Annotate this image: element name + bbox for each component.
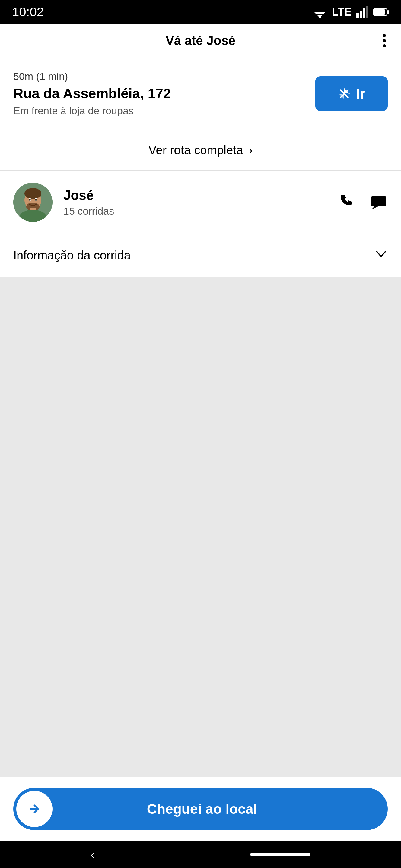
go-button[interactable]: Ir	[315, 76, 388, 111]
arrived-button-label: Cheguei ao local	[53, 801, 388, 817]
passenger-name: José	[63, 188, 327, 203]
signal-icon	[356, 6, 368, 18]
svg-rect-6	[363, 8, 365, 18]
distance-time: 50m (1 min)	[13, 70, 306, 82]
wifi-icon	[313, 6, 327, 18]
avatar	[13, 183, 53, 222]
message-button[interactable]	[370, 193, 388, 211]
lte-icon: LTE	[332, 6, 351, 19]
page-title: Vá até José	[166, 33, 235, 48]
go-button-label: Ir	[356, 85, 365, 102]
route-link-text: Ver rota completa	[148, 144, 243, 157]
nav-info: 50m (1 min) Rua da Assembléia, 172 Em fr…	[13, 70, 306, 117]
more-options-button[interactable]	[380, 31, 389, 50]
svg-point-22	[29, 199, 31, 201]
chevron-down-icon	[374, 247, 388, 264]
avatar-image	[13, 183, 53, 222]
svg-rect-7	[366, 6, 368, 18]
svg-rect-11	[374, 9, 385, 15]
ride-info-title: Informação da corrida	[13, 249, 131, 262]
passenger-card: José 15 corridas	[0, 170, 401, 234]
battery-icon	[373, 7, 389, 17]
passenger-rides: 15 corridas	[63, 205, 327, 217]
svg-point-23	[35, 199, 37, 201]
call-button[interactable]	[338, 193, 356, 211]
passenger-actions	[338, 193, 388, 211]
svg-rect-24	[371, 196, 386, 207]
svg-marker-25	[371, 207, 378, 210]
chevron-right-icon: ›	[249, 144, 253, 157]
svg-rect-5	[360, 11, 362, 18]
map-view	[0, 277, 401, 777]
svg-rect-9	[387, 10, 389, 14]
navigation-card: 50m (1 min) Rua da Assembléia, 172 Em fr…	[0, 57, 401, 130]
ride-info-section[interactable]: Informação da corrida	[0, 234, 401, 277]
bottom-navigation: ‹	[0, 841, 401, 868]
back-button[interactable]: ‹	[90, 847, 95, 862]
route-complete-link[interactable]: Ver rota completa ›	[0, 130, 401, 170]
home-indicator[interactable]	[250, 853, 311, 856]
arrived-arrow-icon	[16, 791, 53, 827]
navigation-icon	[338, 87, 351, 100]
status-bar: 10:02 LTE	[0, 0, 401, 24]
dot2	[383, 39, 386, 42]
dot3	[383, 44, 386, 47]
status-icons: LTE	[313, 6, 389, 19]
dot1	[383, 34, 386, 37]
status-time: 10:02	[12, 5, 44, 19]
address: Rua da Assembléia, 172	[13, 85, 306, 102]
svg-rect-4	[356, 13, 359, 18]
landmark: Em frente à loja de roupas	[13, 105, 306, 117]
bottom-bar: Cheguei ao local	[0, 777, 401, 841]
arrived-button[interactable]: Cheguei ao local	[13, 788, 388, 830]
app-header: Vá até José	[0, 24, 401, 57]
passenger-info: José 15 corridas	[63, 188, 327, 217]
